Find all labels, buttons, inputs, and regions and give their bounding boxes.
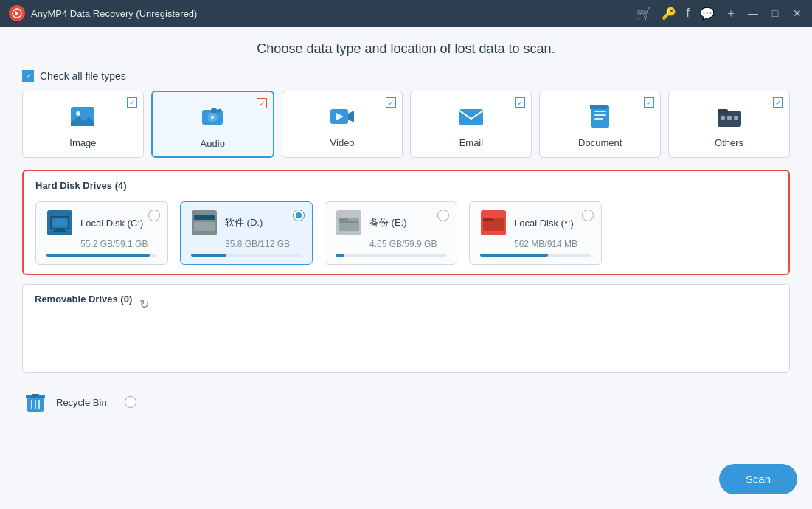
svg-rect-33 bbox=[340, 221, 358, 223]
drive-e-radio-wrap bbox=[437, 210, 449, 221]
removable-title: Removable Drives (0) bbox=[35, 294, 132, 305]
window-controls: 🛒 🔑 f 💬 ＋ — □ ✕ bbox=[636, 6, 803, 21]
svg-rect-39 bbox=[32, 394, 39, 397]
drive-star-bar bbox=[480, 254, 548, 257]
check-all-checkbox[interactable]: ✓ bbox=[22, 70, 34, 82]
facebook-icon[interactable]: f bbox=[687, 7, 690, 20]
drive-e[interactable]: 备份 (E:) 4.65 GB/59.9 GB bbox=[325, 201, 457, 265]
drive-d-radio-wrap bbox=[293, 210, 305, 221]
recycle-bin-icon bbox=[22, 389, 49, 415]
drive-star-progress bbox=[480, 254, 591, 257]
svg-rect-11 bbox=[594, 111, 606, 112]
svg-rect-25 bbox=[53, 230, 66, 232]
file-type-email[interactable]: ✓ Email bbox=[410, 91, 532, 158]
drive-c-radio[interactable] bbox=[148, 210, 160, 221]
recycle-radio-wrap bbox=[117, 396, 136, 408]
document-icon bbox=[586, 102, 615, 131]
recycle-label: Recycle Bin bbox=[56, 397, 107, 408]
drive-c-progress bbox=[46, 254, 157, 257]
hard-disk-title: Hard Disk Drives (4) bbox=[35, 180, 777, 191]
others-label: Others bbox=[715, 137, 743, 148]
drive-star-label-row: Local Disk (*:) bbox=[480, 210, 574, 236]
document-checkbox: ✓ bbox=[644, 97, 654, 108]
image-checkbox: ✓ bbox=[127, 97, 137, 108]
audio-icon bbox=[198, 103, 227, 132]
drive-e-progress bbox=[336, 254, 446, 257]
maximize-button[interactable]: □ bbox=[769, 7, 781, 19]
svg-rect-36 bbox=[483, 218, 493, 221]
recycle-radio[interactable] bbox=[125, 396, 136, 408]
drive-c-radio-wrap bbox=[148, 210, 160, 221]
minimize-button[interactable]: — bbox=[747, 7, 759, 19]
app-title: AnyMP4 Data Recovery (Unregistered) bbox=[31, 8, 636, 19]
drive-d-label-row: 软件 (D:) bbox=[191, 210, 263, 236]
recycle-icon-label: Recycle Bin bbox=[22, 389, 107, 415]
drive-d-bar bbox=[191, 254, 226, 257]
svg-rect-18 bbox=[721, 116, 725, 120]
file-type-others[interactable]: ✓ Others bbox=[668, 91, 790, 158]
drive-c-size: 55.2 GB/59.1 GB bbox=[80, 239, 148, 249]
removable-header: Removable Drives (0) ↻ bbox=[35, 294, 777, 315]
key-icon[interactable]: 🔑 bbox=[662, 7, 676, 21]
email-checkbox: ✓ bbox=[515, 97, 525, 108]
svg-rect-12 bbox=[594, 114, 606, 116]
drive-d-icon bbox=[191, 210, 218, 236]
file-type-image[interactable]: ✓ Image bbox=[22, 91, 144, 158]
plus-icon[interactable]: ＋ bbox=[725, 6, 737, 21]
check-all-label: Check all file types bbox=[40, 70, 126, 82]
svg-rect-9 bbox=[459, 109, 483, 125]
drive-e-label-row: 备份 (E:) bbox=[336, 210, 407, 236]
file-types-row: ✓ Image ✓ bbox=[22, 91, 790, 158]
drive-c-label-row: Local Disk (C:) bbox=[46, 210, 143, 236]
drive-d-name: 软件 (D:) bbox=[225, 216, 263, 229]
file-type-audio[interactable]: ✓ Audio bbox=[151, 91, 274, 158]
drive-star-radio-wrap bbox=[582, 210, 594, 221]
drive-e-radio[interactable] bbox=[437, 210, 449, 221]
image-icon bbox=[68, 102, 97, 131]
video-label: Video bbox=[330, 137, 355, 148]
svg-rect-17 bbox=[718, 109, 728, 114]
svg-rect-19 bbox=[727, 116, 732, 120]
drive-c-bar bbox=[46, 254, 150, 257]
svg-rect-13 bbox=[594, 118, 603, 120]
svg-point-2 bbox=[76, 111, 80, 116]
scan-button[interactable]: Scan bbox=[719, 464, 797, 494]
others-checkbox: ✓ bbox=[773, 97, 783, 108]
app-logo bbox=[9, 5, 25, 21]
audio-checkbox: ✓ bbox=[257, 98, 267, 108]
file-type-video[interactable]: ✓ Video bbox=[282, 91, 403, 158]
drive-c[interactable]: Local Disk (C:) 55.2 GB/59.1 GB bbox=[35, 201, 168, 265]
check-all-mark: ✓ bbox=[25, 72, 32, 80]
document-label: Document bbox=[578, 137, 622, 148]
drive-d-radio[interactable] bbox=[293, 210, 305, 221]
svg-rect-32 bbox=[339, 218, 348, 221]
hard-disk-section: Hard Disk Drives (4) bbox=[22, 170, 790, 275]
drive-star-size: 562 MB/914 MB bbox=[514, 239, 577, 249]
title-bar: AnyMP4 Data Recovery (Unregistered) 🛒 🔑 … bbox=[0, 0, 812, 27]
cart-icon[interactable]: 🛒 bbox=[636, 7, 651, 21]
svg-rect-15 bbox=[590, 105, 608, 109]
image-label: Image bbox=[69, 137, 96, 148]
drive-star-icon bbox=[480, 210, 507, 236]
chat-icon[interactable]: 💬 bbox=[700, 7, 715, 21]
refresh-icon[interactable]: ↻ bbox=[139, 297, 149, 311]
recycle-section: Recycle Bin bbox=[22, 381, 790, 423]
drive-d[interactable]: 软件 (D:) 35.8 GB/112 GB bbox=[180, 201, 313, 265]
audio-label: Audio bbox=[201, 138, 225, 149]
page-title: Choose data type and location of lost da… bbox=[22, 41, 790, 57]
file-type-document[interactable]: ✓ Document bbox=[539, 91, 661, 158]
close-button[interactable]: ✕ bbox=[791, 7, 803, 19]
drive-star-radio[interactable] bbox=[582, 210, 594, 221]
drive-c-icon bbox=[46, 210, 73, 236]
video-checkbox: ✓ bbox=[386, 97, 396, 108]
svg-rect-6 bbox=[211, 108, 217, 113]
others-icon bbox=[715, 102, 744, 131]
drive-d-progress bbox=[191, 254, 302, 257]
svg-rect-20 bbox=[734, 116, 738, 120]
drive-e-name: 备份 (E:) bbox=[369, 216, 407, 229]
drive-d-size: 35.8 GB/112 GB bbox=[225, 239, 290, 249]
svg-point-5 bbox=[211, 116, 214, 119]
drive-star[interactable]: Local Disk (*:) 562 MB/914 MB bbox=[469, 201, 602, 265]
main-content: Choose data type and location of lost da… bbox=[0, 27, 812, 509]
drive-e-bar bbox=[336, 254, 344, 257]
